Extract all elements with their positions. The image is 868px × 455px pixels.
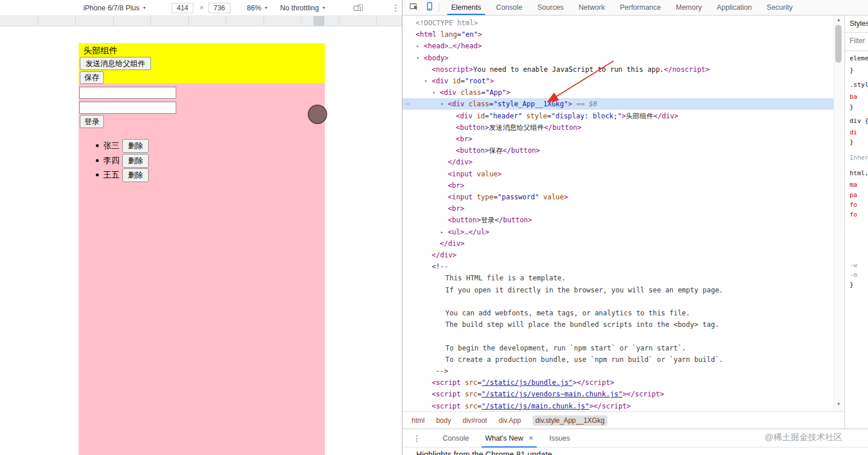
collapse-node-icon[interactable]: ▾ <box>424 75 427 87</box>
tab-sources[interactable]: Sources <box>530 0 571 15</box>
dom-tree-line[interactable]: <script src="/static/js/vendors~main.chu… <box>402 388 834 400</box>
vertical-scrollbar[interactable]: ▲ ▼ <box>834 16 843 411</box>
drawer-tab-issues[interactable]: Issues <box>541 429 578 448</box>
username-input[interactable] <box>79 87 176 99</box>
tab-elements[interactable]: Elements <box>444 0 489 15</box>
dom-tree-line[interactable]: To create a production bundle, use `npm … <box>402 354 834 365</box>
dom-tree-line[interactable]: <button>登录</button> <box>402 214 834 226</box>
expand-node-icon[interactable]: ▸ <box>416 40 419 52</box>
style-rule-line[interactable]: -w <box>850 261 857 269</box>
style-rule-line[interactable]: Inheri <box>850 154 868 161</box>
dom-tree-line[interactable]: </div> <box>402 238 834 249</box>
dom-tree-line[interactable]: <html lang="en"> <box>402 29 834 40</box>
crumb-div-root[interactable]: div#root <box>463 417 487 425</box>
collapse-node-icon[interactable]: ▾ <box>416 52 419 64</box>
dom-tree-line[interactable] <box>402 296 834 307</box>
whats-new-heading: Highlights from the Chrome 81 update <box>402 448 868 455</box>
style-rule-line[interactable]: fo <box>850 211 857 218</box>
dom-tree-line[interactable]: <script src="/static/js/main.chunk.js"><… <box>402 400 834 411</box>
device-select[interactable]: iPhone 6/7/8 Plus ▼ <box>83 0 146 16</box>
toggle-device-toolbar-icon[interactable] <box>425 2 434 13</box>
drawer-tab-whats-new[interactable]: What's New × <box>477 429 541 448</box>
dom-tree-line[interactable]: The build step will place the bundled sc… <box>402 319 834 330</box>
dom-tree-line[interactable]: <br> <box>402 203 834 214</box>
dom-tree-line[interactable]: <input value> <box>402 168 834 180</box>
expand-node-icon[interactable]: ▸ <box>440 226 443 238</box>
dom-tree-line[interactable]: </div> <box>402 249 834 261</box>
tab-console[interactable]: Console <box>489 0 530 15</box>
tab-application[interactable]: Application <box>709 0 759 15</box>
delete-button[interactable]: 删除 <box>122 154 149 168</box>
crumb-html[interactable]: html <box>412 417 425 425</box>
dom-tree-line[interactable]: <button>发送消息给父组件</button> <box>402 122 834 133</box>
dom-tree-line[interactable]: </div> <box>402 156 834 168</box>
style-rule-line[interactable]: html, <box>850 169 868 177</box>
style-rule-line[interactable]: di <box>850 129 857 136</box>
scrollbar-thumb[interactable] <box>835 25 842 63</box>
close-tab-icon[interactable]: × <box>529 434 533 442</box>
style-rule-line[interactable]: .styl <box>850 81 868 88</box>
delete-button[interactable]: 删除 <box>122 139 149 153</box>
dom-tree-line[interactable]: ▾<div class="App"> <box>402 87 834 98</box>
crumb-body[interactable]: body <box>436 417 451 425</box>
dom-tree-line[interactable]: This HTML file is a template. <box>402 272 834 284</box>
dom-tree-line[interactable]: <!-- <box>402 261 834 272</box>
send-message-button[interactable]: 发送消息给父组件 <box>80 57 151 70</box>
login-button[interactable]: 登录 <box>80 115 104 128</box>
collapse-node-icon[interactable]: ▾ <box>440 98 443 110</box>
viewport-width-input[interactable] <box>172 3 193 13</box>
dom-tree-line[interactable]: You can add webfonts, meta tags, or anal… <box>402 307 834 319</box>
zoom-select[interactable]: 86% ▼ <box>247 0 268 16</box>
dom-tree-line[interactable]: <div id="header" style="display: block;"… <box>402 110 834 122</box>
rotate-device-icon[interactable] <box>353 0 363 16</box>
dom-tree-line[interactable]: <!DOCTYPE html> <box>402 17 834 29</box>
dom-tree-line[interactable]: ▾<div id="root"> <box>402 75 834 87</box>
inspect-element-icon[interactable] <box>409 2 419 13</box>
bullet-icon <box>96 144 99 147</box>
collapse-node-icon[interactable]: ▾ <box>432 87 435 98</box>
viewport-height-input[interactable] <box>208 3 230 13</box>
dom-tree-line[interactable]: --> <box>402 365 834 377</box>
save-button[interactable]: 保存 <box>80 71 104 84</box>
style-rule-line[interactable]: } <box>850 138 854 146</box>
tab-memory[interactable]: Memory <box>668 0 709 15</box>
dom-tree-line[interactable]: <noscript>You need to enable JavaScript … <box>402 64 834 75</box>
dom-tree-line[interactable]: <br> <box>402 180 834 191</box>
dom-tree-line[interactable]: ▸<ul>…</ul> <box>402 226 834 238</box>
tab-security[interactable]: Security <box>760 0 800 15</box>
device-toolbar-menu-icon[interactable]: ⋮ <box>392 0 400 16</box>
delete-button[interactable]: 删除 <box>122 168 149 182</box>
dom-tree-line[interactable] <box>402 330 834 342</box>
dom-tree-line[interactable]: <button>保存</button> <box>402 145 834 156</box>
password-input[interactable] <box>79 102 176 114</box>
node-options-icon[interactable]: ⋯ <box>405 98 410 110</box>
style-rule-line[interactable]: ma <box>850 181 857 188</box>
dom-tree-line[interactable]: <script src="/static/js/bundle.js"></scr… <box>402 377 834 388</box>
style-rule-line[interactable]: div { <box>850 117 868 125</box>
dom-tree-line[interactable]: To begin the development, run `npm start… <box>402 342 834 354</box>
style-rule-line[interactable]: -m <box>850 271 857 279</box>
scroll-down-icon[interactable]: ▼ <box>834 402 843 407</box>
throttling-select[interactable]: No throttling ▼ <box>280 0 326 16</box>
tab-performance[interactable]: Performance <box>613 0 669 15</box>
style-rule-line[interactable]: ba <box>850 93 857 101</box>
style-rule-line[interactable]: eleme <box>850 55 868 62</box>
crumb-selected[interactable]: div.style_App__1XGkg <box>533 415 608 426</box>
style-rule-line[interactable]: } <box>850 103 854 111</box>
style-rule-line[interactable]: } <box>850 67 854 74</box>
style-rule-line[interactable]: pa <box>850 191 857 199</box>
dom-tree-line[interactable]: ▾⋯<div class="style_App__1XGkg"> == $0 <box>402 98 834 110</box>
crumb-div-app[interactable]: div.App <box>498 417 521 425</box>
drawer-tab-console[interactable]: Console <box>435 429 477 448</box>
dom-tree-line[interactable]: <input type="password" value> <box>402 191 834 203</box>
dom-tree-line[interactable]: ▾<body> <box>402 52 834 64</box>
dom-tree-line[interactable]: If you open it directly in the browser, … <box>402 284 834 296</box>
dom-tree-line[interactable]: <br> <box>402 133 834 145</box>
style-rule-line[interactable]: fo <box>850 201 857 209</box>
tab-network[interactable]: Network <box>571 0 613 15</box>
scroll-up-icon[interactable]: ▲ <box>834 17 843 22</box>
style-rule-line[interactable]: } <box>850 281 854 288</box>
list-item: 李四 删除 <box>96 153 149 168</box>
drawer-menu-icon[interactable]: ⋮ <box>413 434 421 443</box>
dom-tree-line[interactable]: ▸<head>…</head> <box>402 40 834 52</box>
